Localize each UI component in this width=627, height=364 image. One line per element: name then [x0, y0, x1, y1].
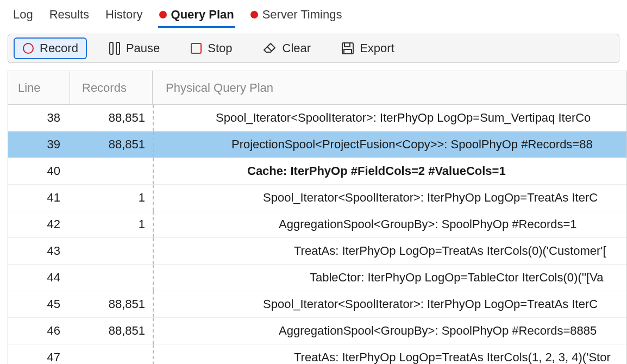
record-icon	[22, 42, 34, 54]
cell-line: 43	[8, 244, 70, 258]
cell-plan: Spool_Iterator<SpoolIterator>: IterPhyOp…	[153, 185, 626, 211]
table-row[interactable]: 3988,851ProjectionSpool<ProjectFusion<Co…	[8, 131, 626, 158]
plan-text: Spool_Iterator<SpoolIterator>: IterPhyOp…	[263, 191, 598, 205]
cell-records: 88,851	[70, 137, 153, 152]
svg-point-0	[23, 43, 33, 53]
query-plan-grid: Line Records Physical Query Plan 3888,85…	[8, 71, 627, 364]
cell-records: 1	[70, 217, 153, 231]
cell-line: 39	[8, 137, 70, 152]
header-label: Line	[18, 81, 41, 95]
cell-records: 88,851	[70, 324, 153, 338]
table-row[interactable]: 47TreatAs: IterPhyOp LogOp=TreatAs IterC…	[8, 344, 626, 364]
svg-rect-1	[110, 42, 113, 54]
table-row[interactable]: 43TreatAs: IterPhyOp LogOp=TreatAs IterC…	[8, 238, 626, 265]
cell-plan: Cache: IterPhyOp #FieldCols=2 #ValueCols…	[153, 158, 626, 184]
plan-text: Spool_Iterator<SpoolIterator>: IterPhyOp…	[263, 297, 598, 311]
column-header-plan[interactable]: Physical Query Plan	[153, 71, 626, 104]
tab-server-timings[interactable]: Server Timings	[249, 5, 343, 28]
table-row[interactable]: 421AggregationSpool<GroupBy>: SpoolPhyOp…	[8, 211, 626, 238]
pause-button[interactable]: Pause	[100, 37, 168, 59]
pause-label: Pause	[126, 41, 160, 55]
toolbar: Record Pause Stop Clear Export	[8, 34, 619, 63]
column-header-records[interactable]: Records	[70, 71, 153, 104]
plan-text: TableCtor: IterPhyOp LogOp=TableCtor Ite…	[310, 271, 604, 285]
cell-plan: TreatAs: IterPhyOp LogOp=TreatAs IterCol…	[153, 238, 626, 264]
plan-text: AggregationSpool<GroupBy>: SpoolPhyOp #R…	[279, 217, 577, 231]
cell-line: 47	[8, 350, 70, 364]
svg-rect-3	[191, 43, 201, 53]
tab-strip: Log Results History Query Plan Server Ti…	[0, 0, 627, 28]
cell-line: 44	[8, 271, 70, 285]
grid-header: Line Records Physical Query Plan	[8, 71, 626, 105]
cell-plan: AggregationSpool<GroupBy>: SpoolPhyOp #R…	[153, 211, 626, 237]
table-row[interactable]: 4588,851Spool_Iterator<SpoolIterator>: I…	[8, 291, 626, 318]
cell-line: 41	[8, 191, 70, 205]
tab-label: Query Plan	[171, 8, 234, 22]
column-header-line[interactable]: Line	[8, 71, 70, 104]
cell-records: 88,851	[70, 111, 153, 125]
cell-line: 38	[8, 111, 70, 125]
plan-text: AggregationSpool<GroupBy>: SpoolPhyOp #R…	[279, 324, 597, 338]
eraser-icon	[263, 42, 277, 54]
tab-query-plan[interactable]: Query Plan	[158, 5, 235, 28]
cell-plan: Spool_Iterator<SpoolIterator>: IterPhyOp…	[153, 105, 626, 131]
plan-text: Cache: IterPhyOp #FieldCols=2 #ValueCols…	[247, 164, 506, 178]
table-row[interactable]: 411Spool_Iterator<SpoolIterator>: IterPh…	[8, 185, 626, 211]
plan-text: Spool_Iterator<SpoolIterator>: IterPhyOp…	[216, 111, 591, 125]
plan-text: TreatAs: IterPhyOp LogOp=TreatAs IterCol…	[294, 350, 611, 364]
tab-label: Log	[13, 8, 33, 22]
table-row[interactable]: 4688,851AggregationSpool<GroupBy>: Spool…	[8, 318, 626, 344]
cell-plan: Spool_Iterator<SpoolIterator>: IterPhyOp…	[153, 291, 626, 317]
cell-line: 42	[8, 217, 70, 231]
tab-label: Server Timings	[262, 8, 342, 22]
save-icon	[341, 42, 354, 55]
cell-line: 46	[8, 324, 70, 338]
record-label: Record	[40, 41, 78, 55]
table-row[interactable]: 3888,851Spool_Iterator<SpoolIterator>: I…	[8, 105, 626, 131]
export-label: Export	[360, 41, 394, 55]
tab-log[interactable]: Log	[12, 5, 34, 28]
pause-icon	[109, 41, 121, 55]
svg-line-4	[267, 47, 272, 51]
tab-label: Results	[49, 8, 89, 22]
table-row[interactable]: 40Cache: IterPhyOp #FieldCols=2 #ValueCo…	[8, 158, 626, 185]
tab-history[interactable]: History	[104, 5, 143, 28]
stop-icon	[190, 42, 202, 54]
stop-button[interactable]: Stop	[181, 37, 241, 59]
cell-line: 40	[8, 164, 70, 178]
record-button[interactable]: Record	[14, 37, 87, 59]
cell-line: 45	[8, 297, 70, 311]
tab-label: History	[105, 8, 142, 22]
svg-rect-7	[344, 49, 352, 54]
plan-text: TreatAs: IterPhyOp LogOp=TreatAs IterCol…	[294, 244, 606, 258]
cell-records: 88,851	[70, 297, 153, 311]
plan-text: ProjectionSpool<ProjectFusion<Copy>>: Sp…	[231, 137, 593, 152]
record-dot-icon	[159, 11, 167, 18]
export-button[interactable]: Export	[333, 37, 403, 59]
cell-plan: ProjectionSpool<ProjectFusion<Copy>>: Sp…	[153, 131, 626, 158]
cell-plan: TreatAs: IterPhyOp LogOp=TreatAs IterCol…	[153, 344, 626, 364]
record-dot-icon	[250, 11, 258, 18]
svg-rect-6	[344, 43, 350, 47]
grid-body: 3888,851Spool_Iterator<SpoolIterator>: I…	[8, 105, 626, 364]
cell-plan: AggregationSpool<GroupBy>: SpoolPhyOp #R…	[153, 318, 626, 344]
tab-results[interactable]: Results	[48, 5, 90, 28]
svg-rect-2	[116, 42, 120, 54]
header-label: Physical Query Plan	[166, 81, 273, 95]
clear-label: Clear	[283, 41, 311, 55]
clear-button[interactable]: Clear	[254, 37, 320, 59]
header-label: Records	[82, 81, 127, 95]
cell-plan: TableCtor: IterPhyOp LogOp=TableCtor Ite…	[153, 265, 626, 291]
cell-records: 1	[70, 191, 153, 205]
table-row[interactable]: 44TableCtor: IterPhyOp LogOp=TableCtor I…	[8, 265, 626, 291]
stop-label: Stop	[208, 41, 232, 55]
